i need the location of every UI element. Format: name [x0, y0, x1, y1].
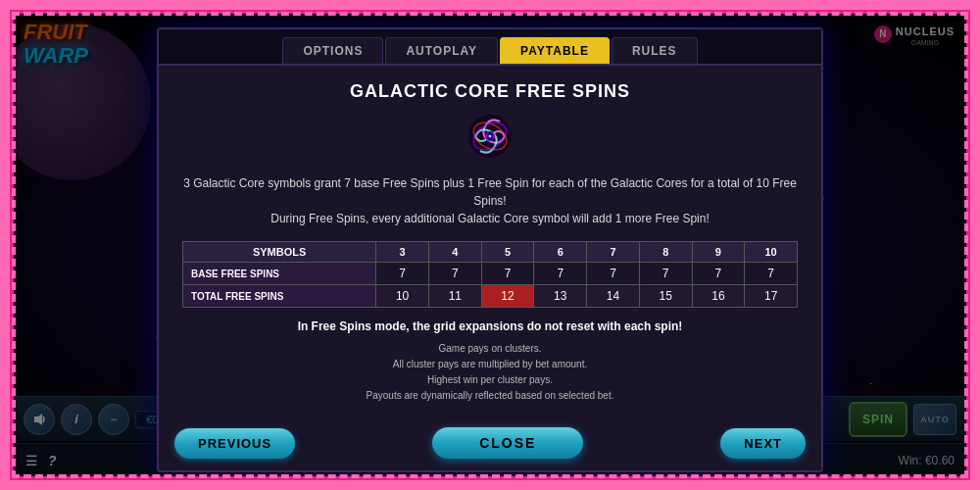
base-val-3: 7 [376, 263, 429, 285]
previous-button[interactable]: PREVIOUS [174, 428, 295, 459]
total-val-9: 16 [692, 285, 745, 308]
base-val-8: 7 [639, 263, 692, 285]
modal-desc-line1: 3 Galactic Core symbols grant 7 base Fre… [183, 176, 797, 208]
small-note-1: Game pays on clusters. [438, 343, 541, 354]
col-header-4: 4 [428, 242, 481, 263]
base-val-10: 7 [745, 263, 798, 285]
total-val-10: 17 [745, 285, 798, 308]
tab-options[interactable]: OPTIONS [282, 37, 383, 64]
next-button[interactable]: NEXT [720, 428, 806, 459]
base-val-7: 7 [587, 263, 640, 285]
tab-paytable[interactable]: PAYTABLE [500, 37, 610, 64]
paytable-modal: OPTIONS AUTOPLAY PAYTABLE RULES GALACTIC… [157, 27, 823, 472]
col-header-3: 3 [376, 242, 429, 263]
total-val-5: 12 [481, 285, 534, 308]
modal-overlay: OPTIONS AUTOPLAY PAYTABLE RULES GALACTIC… [14, 14, 966, 476]
table-row-base: BASE FREE SPINS 7 7 7 7 7 7 7 7 [183, 263, 798, 285]
total-val-8: 15 [639, 285, 692, 308]
base-val-9: 7 [692, 263, 745, 285]
tab-rules[interactable]: RULES [612, 37, 698, 64]
modal-note: In Free Spins mode, the grid expansions … [182, 319, 798, 333]
col-header-7: 7 [587, 242, 640, 263]
modal-desc-line2: During Free Spins, every additional Gala… [270, 212, 710, 225]
col-header-label: SYMBOLS [183, 242, 376, 263]
col-header-10: 10 [745, 242, 798, 263]
small-note-2: All cluster pays are multiplied by bet a… [393, 359, 587, 369]
total-val-6: 13 [534, 285, 587, 308]
close-btn-row: CLOSE [432, 427, 583, 459]
galactic-swirl [466, 112, 514, 161]
tab-autoplay[interactable]: AUTOPLAY [385, 37, 498, 64]
col-header-6: 6 [534, 242, 587, 263]
col-header-5: 5 [481, 242, 534, 263]
close-button[interactable]: CLOSE [432, 427, 583, 459]
table-row-total: TOTAL FREE SPINS 10 11 12 13 14 15 16 17 [183, 285, 798, 308]
total-val-7: 14 [587, 285, 640, 308]
modal-content: GALACTIC CORE FREE SPINS [159, 66, 821, 419]
galactic-icon [182, 112, 798, 165]
base-val-5: 7 [481, 263, 534, 285]
small-note-3: Highest win per cluster pays. [427, 374, 553, 385]
modal-nav: PREVIOUS CLOSE NEXT [159, 419, 821, 470]
total-val-3: 10 [376, 285, 429, 308]
svg-point-5 [489, 135, 492, 138]
small-note-4: Payouts are dynamically reflected based … [367, 390, 614, 401]
modal-small-notes: Game pays on clusters. All cluster pays … [182, 341, 798, 404]
game-area: N NUCLEUS GAMING FRUIT WARP OPTIONS AUTO… [14, 14, 966, 476]
paytable-table: SYMBOLS 3 4 5 6 7 8 9 10 [182, 241, 798, 308]
modal-description: 3 Galactic Core symbols grant 7 base Fre… [182, 174, 798, 227]
tabs-row: OPTIONS AUTOPLAY PAYTABLE RULES [159, 29, 821, 66]
row-base-label: BASE FREE SPINS [183, 263, 376, 285]
col-header-8: 8 [639, 242, 692, 263]
col-header-9: 9 [692, 242, 745, 263]
outer-border: N NUCLEUS GAMING FRUIT WARP OPTIONS AUTO… [0, 0, 980, 490]
total-val-4: 11 [428, 285, 481, 308]
modal-title: GALACTIC CORE FREE SPINS [182, 81, 798, 102]
base-val-4: 7 [428, 263, 481, 285]
row-total-label: TOTAL FREE SPINS [183, 285, 376, 308]
base-val-6: 7 [534, 263, 587, 285]
